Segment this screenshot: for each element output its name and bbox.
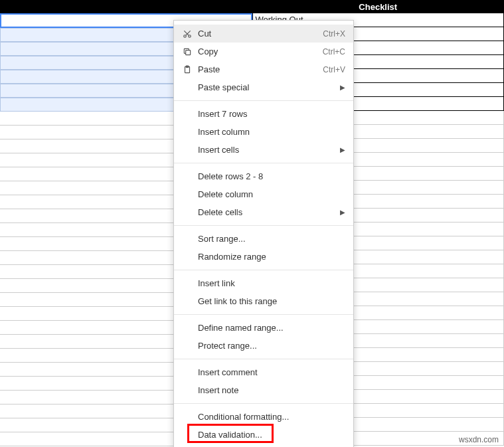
menu-item-sort-range[interactable]: Sort range...: [174, 230, 353, 248]
menu-item-paste-special[interactable]: Paste special▶: [174, 78, 353, 96]
menu-item-label: Copy: [194, 46, 323, 56]
menu-item-data-validation[interactable]: Data validation...: [174, 426, 353, 444]
menu-shortcut: Ctrl+X: [323, 29, 345, 39]
menu-item-label: Protect range...: [194, 341, 345, 351]
menu-separator: [174, 314, 353, 315]
menu-item-label: Get link to this range: [194, 296, 345, 306]
menu-item-label: Data validation...: [194, 430, 345, 440]
menu-item-label: Insert column: [194, 127, 345, 137]
menu-item-delete-cells[interactable]: Delete cells▶: [174, 203, 353, 221]
menu-shortcut: Ctrl+C: [323, 47, 345, 56]
menu-item-cut[interactable]: CutCtrl+X: [174, 25, 353, 43]
menu-item-insert-column[interactable]: Insert column: [174, 123, 353, 141]
menu-item-insert-note[interactable]: Insert note: [174, 381, 353, 399]
menu-item-label: Paste special: [194, 82, 340, 92]
menu-item-label: Insert cells: [194, 145, 340, 155]
menu-separator: [174, 163, 353, 163]
svg-point-0: [184, 35, 187, 37]
menu-shortcut: Ctrl+V: [323, 65, 345, 74]
menu-item-paste[interactable]: PasteCtrl+V: [174, 60, 353, 78]
menu-item-label: Conditional formatting...: [194, 412, 345, 422]
menu-item-define-named-range[interactable]: Define named range...: [174, 319, 353, 337]
menu-item-label: Delete rows 2 - 8: [194, 171, 345, 181]
menu-item-label: Paste: [194, 64, 323, 74]
menu-item-insert-link[interactable]: Insert link: [174, 274, 353, 292]
menu-item-protect-range[interactable]: Protect range...: [174, 337, 353, 355]
menu-item-label: Cut: [194, 29, 323, 39]
menu-separator: [174, 225, 353, 226]
menu-separator: [174, 403, 353, 404]
menu-item-label: Randomize range: [194, 252, 345, 262]
header-cell-b[interactable]: Checklist: [252, 0, 505, 13]
menu-item-insert-7-rows[interactable]: Insert 7 rows: [174, 105, 353, 123]
menu-item-label: Insert note: [194, 385, 345, 395]
menu-item-label: Define named range...: [194, 323, 345, 333]
menu-item-delete-rows-2-8[interactable]: Delete rows 2 - 8: [174, 167, 353, 185]
chevron-right-icon: ▶: [340, 146, 345, 153]
menu-item-conditional-formatting[interactable]: Conditional formatting...: [174, 408, 353, 426]
header-cell-a[interactable]: [0, 0, 252, 13]
menu-separator: [174, 270, 353, 270]
menu-item-label: Insert link: [194, 278, 345, 288]
menu-item-insert-cells[interactable]: Insert cells▶: [174, 141, 353, 159]
cut-icon: [181, 29, 194, 39]
copy-icon: [181, 47, 194, 56]
menu-item-label: Delete cells: [194, 207, 340, 217]
menu-item-label: Delete column: [194, 189, 345, 199]
chevron-right-icon: ▶: [340, 84, 345, 91]
svg-point-1: [189, 35, 191, 37]
svg-rect-2: [186, 50, 191, 54]
menu-item-insert-comment[interactable]: Insert comment: [174, 363, 353, 381]
watermark: wsxdn.com: [459, 435, 499, 444]
menu-item-label: Sort range...: [194, 234, 345, 244]
context-menu: CutCtrl+XCopyCtrl+CPasteCtrl+VPaste spec…: [173, 20, 354, 447]
menu-separator: [174, 359, 353, 359]
menu-item-copy[interactable]: CopyCtrl+C: [174, 43, 353, 60]
paste-icon: [181, 65, 194, 74]
menu-item-randomize-range[interactable]: Randomize range: [174, 248, 353, 266]
menu-item-label: Insert comment: [194, 367, 345, 377]
menu-separator: [174, 100, 353, 101]
menu-item-get-link-to-this-range[interactable]: Get link to this range: [174, 292, 353, 310]
menu-item-label: Insert 7 rows: [194, 109, 345, 119]
menu-item-delete-column[interactable]: Delete column: [174, 185, 353, 203]
chevron-right-icon: ▶: [340, 209, 345, 216]
